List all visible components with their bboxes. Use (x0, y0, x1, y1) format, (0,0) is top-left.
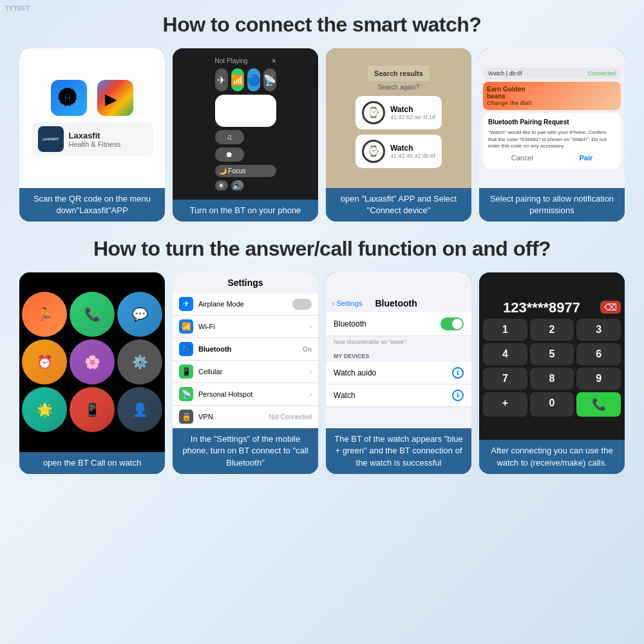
watch-app-phone2[interactable]: 📱 (70, 387, 115, 432)
dial-key-9[interactable]: 9 (576, 368, 621, 390)
dialpad-top: 123****8977 ⌫ (483, 296, 621, 319)
device1-info-icon[interactable]: ℹ (452, 367, 464, 379)
dial-key-call[interactable]: 📞 (576, 392, 621, 417)
cc-bt-big[interactable]: * (215, 95, 276, 127)
bt-device-2[interactable]: Watch ℹ (326, 384, 471, 407)
cellular-label: Cellular (198, 368, 222, 375)
settings-row-bluetooth[interactable]: 🔵 Bluetooth On (173, 338, 318, 361)
delete-icon[interactable]: ⌫ (600, 301, 621, 314)
vpn-status: Not Connected (269, 413, 312, 421)
dial-key-5[interactable]: 5 (530, 343, 574, 365)
bluetooth-status: On (303, 346, 312, 353)
cc-top-bar: Not Playing ✕ (215, 57, 276, 64)
settings-row-cellular[interactable]: 📱 Cellular › (173, 361, 318, 383)
watch-app-star[interactable]: 🌟 (22, 387, 67, 432)
bt-cancel-btn[interactable]: Cancel (511, 153, 533, 163)
watch-app-msg[interactable]: 💬 (117, 292, 162, 337)
bt-page-title: Bluetooth (375, 298, 417, 308)
bt-pairing-dialog: Bluetooth Pairing Request "Watch" would … (483, 113, 621, 169)
card-phone-settings: Settings ✈ Airplane Mode 📶 Wi-Fi › 🔵 (173, 272, 318, 474)
cc-focus[interactable]: 🌙 Focus (215, 165, 276, 177)
card4-label: Select pairing to allow notification per… (479, 188, 625, 222)
bt-toggle-row[interactable]: Bluetooth (326, 312, 471, 336)
watch-app-flower[interactable]: 🌸 (70, 339, 115, 384)
cc-bluetooth[interactable]: 🔵 (247, 68, 260, 91)
watch-status-bar: Watch | db:6f Connected (483, 68, 621, 79)
bt-device-1[interactable]: Watch auido ℹ (326, 362, 471, 384)
airplane-toggle[interactable] (292, 299, 312, 310)
wifi-icon: 📶 (179, 319, 193, 334)
vpn-icon: 🔒 (179, 410, 193, 424)
watch-app-phone[interactable]: 📞 (70, 292, 115, 337)
device2-info-icon[interactable]: ℹ (452, 390, 464, 401)
result2-addr: 41:42:48:42:db:6f (390, 153, 435, 159)
cc-time: Not Playing (215, 57, 248, 64)
control-center: Not Playing ✕ ✈ 📶 🔵 📡 * ♫ ⏺ (210, 52, 281, 196)
cc-volume[interactable]: 🔊 (231, 180, 244, 191)
hotspot-chevron: › (310, 391, 312, 398)
cc-airplane[interactable]: ✈ (215, 68, 228, 91)
dial-key-3[interactable]: 3 (576, 319, 621, 341)
settings-list: ✈ Airplane Mode 📶 Wi-Fi › 🔵 Bluetooth On (173, 293, 318, 428)
cc-brightness[interactable]: ☀ (215, 180, 228, 191)
laxasfit-subtitle: Health & Fitness (69, 140, 121, 148)
card-scan-qr: 🅐 ▶ LAXASFIT Laxasfit Health & Fitness (19, 48, 165, 222)
dial-key-6[interactable]: 6 (576, 343, 621, 365)
cellular-icon: 📱 (179, 365, 193, 379)
cc-data[interactable]: 📡 (263, 68, 276, 91)
dial-key-7[interactable]: 7 (483, 368, 527, 390)
bt-devices-header: MY DEVICES (326, 348, 471, 362)
cc-music[interactable]: ♫ (215, 130, 244, 144)
result1-addr: 41:42:62:ae:3f:1d (390, 114, 435, 120)
watch-app-run[interactable]: 🏃 (22, 292, 67, 337)
settings-row-vpn[interactable]: 🔒 VPN Not Connected (173, 406, 318, 428)
result1-name: Watch (390, 105, 435, 114)
settings-row-airplane[interactable]: ✈ Airplane Mode (173, 293, 318, 316)
watch-icon-2: ⌚ (362, 140, 385, 163)
dial-key-1[interactable]: 1 (483, 319, 527, 341)
dial-key-0[interactable]: 0 (530, 392, 574, 417)
card8-screen: 123****8977 ⌫ 1 2 3 4 5 6 7 8 9 + 0 📞 (479, 272, 625, 440)
settings-row-hotspot[interactable]: 📡 Personal Hotspot › (173, 383, 318, 406)
playstore-icon: ▶ (97, 80, 133, 116)
search-again: Search again? (375, 81, 422, 93)
hotspot-icon: 📡 (179, 387, 193, 401)
card-turn-bt: Not Playing ✕ ✈ 📶 🔵 📡 * ♫ ⏺ (173, 48, 318, 222)
search-result-2[interactable]: ⌚ Watch 41:42:48:42:db:6f (355, 135, 442, 168)
cc-x: ✕ (271, 57, 276, 64)
dial-key-2[interactable]: 2 (530, 319, 574, 341)
bt-back-btn[interactable]: ‹ Settings (332, 299, 362, 307)
bt-device2-name: Watch (334, 391, 355, 400)
card7-screen: ‹ Settings Bluetooth Bluetooth Now disco… (326, 272, 471, 428)
search-header: Search results (368, 66, 430, 81)
bt-discoverable: Now discoverable as "eeee". (326, 336, 471, 348)
bluetooth-label: Bluetooth (198, 345, 231, 353)
wifi-label: Wi-Fi (198, 323, 215, 330)
bt-toggle-label: Bluetooth (334, 319, 366, 328)
dial-key-plus[interactable]: + (483, 392, 527, 417)
search-result-1[interactable]: ⌚ Watch 41:42:62:ae:3f:1d (355, 96, 442, 129)
section1-title: How to connect the smart watch? (19, 13, 625, 37)
card3-screen: Search results Search again? ⌚ Watch 41:… (326, 48, 471, 188)
appstore-icon: 🅐 (51, 80, 87, 116)
cc-screen-rec[interactable]: ⏺ (215, 147, 244, 162)
dial-key-4[interactable]: 4 (483, 343, 527, 365)
watch-app-settings[interactable]: ⚙️ (117, 339, 162, 384)
card-open-bt-call: 🏃 📞 💬 ⏰ 🌸 ⚙️ 🌟 📱 👤 open the BT Call on w… (19, 272, 165, 474)
laxasfit-name: Laxasfit (69, 131, 121, 140)
card-dialpad: 123****8977 ⌫ 1 2 3 4 5 6 7 8 9 + 0 📞 (479, 272, 625, 474)
bt-toggle[interactable] (440, 317, 464, 330)
cc-wifi[interactable]: 📶 (231, 68, 244, 91)
card5-screen: 🏃 📞 💬 ⏰ 🌸 ⚙️ 🌟 📱 👤 (19, 272, 165, 451)
settings-row-wifi[interactable]: 📶 Wi-Fi › (173, 316, 318, 338)
watch-app-user[interactable]: 👤 (117, 387, 162, 432)
watch-app-alarm[interactable]: ⏰ (22, 339, 67, 384)
card7-label: The BT of the watch appears "blue + gree… (326, 428, 471, 474)
dial-key-8[interactable]: 8 (530, 368, 574, 390)
bt-pairing-title: Bluetooth Pairing Request (488, 118, 616, 127)
result2-text: Watch 41:42:48:42:db:6f (390, 144, 435, 159)
card3-label: open "Laxasfit" APP and Select "Connect … (326, 188, 471, 222)
watch-icon-1: ⌚ (362, 101, 385, 124)
bt-pairing-body: "Watch" would like to pair with your iPh… (488, 129, 616, 149)
bt-pair-btn[interactable]: Pair (579, 153, 592, 163)
